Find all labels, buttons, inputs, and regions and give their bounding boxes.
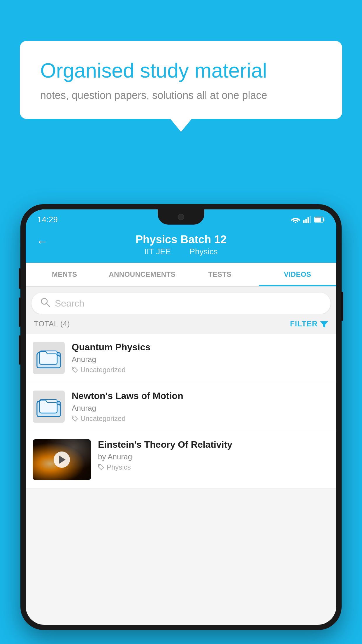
battery-icon [314, 216, 325, 223]
status-icons [291, 216, 325, 223]
video-tag: Uncategorized [72, 366, 329, 374]
phone-screen: 14:29 [26, 209, 336, 625]
status-time: 14:29 [37, 215, 58, 224]
tag-text: Uncategorized [80, 366, 126, 374]
svg-rect-1 [303, 220, 305, 223]
svg-point-14 [73, 368, 74, 369]
filter-button[interactable]: FILTER [290, 319, 328, 328]
list-item[interactable]: Newton's Laws of Motion Anurag Uncategor… [26, 382, 336, 431]
phone-outer: 14:29 [20, 204, 342, 630]
video-info-quantum: Quantum Physics Anurag Uncategorized [72, 342, 329, 374]
mute-button [19, 268, 21, 289]
app-title: Physics Batch 12 [136, 233, 227, 246]
video-thumbnail-einstein [33, 439, 91, 480]
front-camera [178, 214, 184, 220]
tag-text: Uncategorized [80, 414, 126, 423]
content-area: Search TOTAL (4) FILTER [26, 287, 336, 489]
svg-point-18 [73, 417, 74, 418]
video-author: Anurag [72, 355, 329, 364]
search-placeholder: Search [55, 298, 84, 309]
svg-rect-7 [324, 218, 324, 221]
folder-icon [36, 393, 62, 420]
speech-bubble-section: Organised study material notes, question… [20, 41, 342, 119]
tag-icon [72, 415, 78, 422]
phone-notch [158, 209, 204, 225]
app-subtitle: IIT JEE Physics [140, 247, 222, 256]
video-thumbnail-quantum [33, 342, 65, 374]
play-button[interactable] [54, 452, 70, 468]
tab-ments[interactable]: MENTS [26, 263, 103, 286]
svg-marker-10 [320, 321, 328, 328]
subtitle-part2: Physics [189, 247, 217, 256]
search-icon [40, 297, 50, 309]
filter-bar: TOTAL (4) FILTER [26, 314, 336, 334]
total-count: TOTAL (4) [34, 319, 70, 328]
video-title: Newton's Laws of Motion [72, 391, 329, 401]
tag-icon [72, 367, 78, 373]
video-title: Einstein's Theory Of Relativity [98, 439, 329, 450]
search-bar[interactable]: Search [31, 293, 331, 314]
list-item[interactable]: Quantum Physics Anurag Uncategorized [26, 334, 336, 382]
tab-tests[interactable]: TESTS [181, 263, 259, 286]
svg-rect-3 [307, 217, 309, 223]
power-button [341, 292, 343, 321]
volume-up-button [19, 298, 21, 327]
svg-rect-4 [310, 216, 311, 223]
play-triangle-icon [59, 456, 66, 464]
play-button-overlay[interactable] [33, 439, 91, 480]
video-author: Anurag [72, 404, 329, 413]
video-info-newton: Newton's Laws of Motion Anurag Uncategor… [72, 391, 329, 423]
svg-point-19 [99, 466, 100, 466]
svg-rect-6 [315, 218, 321, 222]
filter-icon [320, 320, 328, 328]
wifi-icon [291, 216, 300, 223]
list-item[interactable]: Einstein's Theory Of Relativity by Anura… [26, 431, 336, 489]
video-tag: Physics [98, 463, 329, 471]
volume-down-button [19, 335, 21, 365]
phone-mockup: 14:29 [20, 204, 342, 644]
video-thumbnail-newton [33, 391, 65, 423]
video-author: by Anurag [98, 452, 329, 461]
filter-label: FILTER [290, 319, 318, 328]
back-button[interactable]: ← [36, 235, 48, 249]
svg-rect-2 [305, 219, 307, 223]
subtitle-part1: IIT JEE [144, 247, 171, 256]
bubble-title: Organised study material [40, 58, 322, 83]
tab-bar: MENTS ANNOUNCEMENTS TESTS VIDEOS [26, 263, 336, 287]
app-bar: ← Physics Batch 12 IIT JEE Physics [26, 228, 336, 263]
svg-point-0 [295, 222, 296, 223]
video-list: Quantum Physics Anurag Uncategorized [26, 334, 336, 489]
svg-line-9 [46, 303, 50, 307]
tag-text: Physics [107, 463, 131, 471]
speech-bubble: Organised study material notes, question… [20, 41, 342, 119]
tag-icon [98, 464, 104, 470]
tab-videos[interactable]: VIDEOS [259, 263, 337, 286]
folder-icon [36, 345, 62, 371]
video-title: Quantum Physics [72, 342, 329, 353]
video-info-einstein: Einstein's Theory Of Relativity by Anura… [98, 439, 329, 471]
bubble-subtitle: notes, question papers, solutions all at… [40, 89, 322, 102]
tab-announcements[interactable]: ANNOUNCEMENTS [103, 263, 181, 286]
signal-icon [303, 216, 311, 223]
video-tag: Uncategorized [72, 414, 329, 423]
